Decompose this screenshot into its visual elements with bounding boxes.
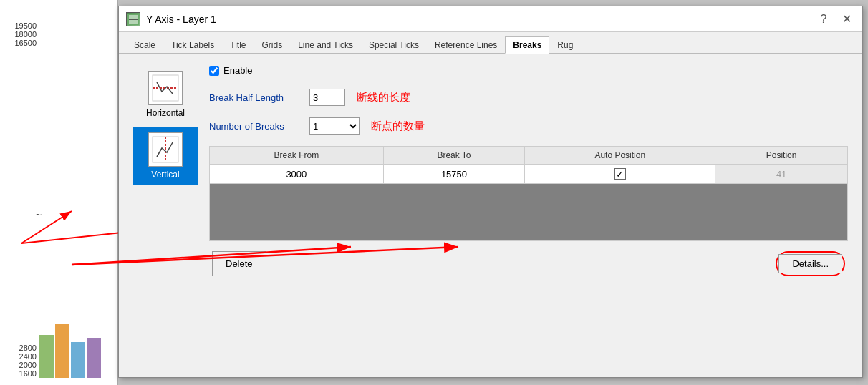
tabs-bar: Scale Tick Labels Title Grids Line and T… bbox=[119, 32, 862, 54]
empty-row bbox=[210, 184, 848, 241]
title-left: Y Axis - Layer 1 bbox=[126, 12, 216, 26]
col-break-from: Break From bbox=[210, 147, 384, 165]
form-area: Enable Break Half Length 3 断线的长度 Number … bbox=[209, 65, 848, 276]
bar-orange bbox=[55, 324, 69, 378]
horizontal-icon-box bbox=[148, 71, 183, 105]
chart-area: 19500 18000 16500 2800 2400 2000 1600 ~ bbox=[0, 0, 118, 385]
breaks-table: Break From Break To Auto Position Positi… bbox=[209, 146, 848, 241]
vertical-option[interactable]: Vertical bbox=[133, 127, 198, 185]
number-of-breaks-select[interactable]: 1 2 3 bbox=[309, 117, 360, 135]
bar-green bbox=[39, 335, 54, 378]
empty-cell bbox=[210, 184, 848, 241]
tab-breaks[interactable]: Breaks bbox=[505, 36, 549, 54]
enable-row: Enable bbox=[209, 65, 848, 76]
tab-reference-lines[interactable]: Reference Lines bbox=[427, 36, 505, 53]
break-indicator: ~ bbox=[36, 209, 42, 220]
bottom-bar: Delete Details... bbox=[209, 251, 848, 276]
tab-tick-labels[interactable]: Tick Labels bbox=[163, 36, 222, 53]
break-half-length-input[interactable]: 3 bbox=[309, 89, 345, 106]
cell-position: 41 bbox=[715, 165, 848, 184]
details-button-wrap: Details... bbox=[776, 251, 845, 276]
tab-grids[interactable]: Grids bbox=[254, 36, 291, 53]
tab-line-and-ticks[interactable]: Line and Ticks bbox=[290, 36, 361, 53]
table-row[interactable]: 3000 15750 ✓ 41 bbox=[210, 165, 848, 184]
horizontal-label: Horizontal bbox=[146, 108, 185, 118]
col-position: Position bbox=[715, 147, 848, 165]
col-auto-position: Auto Position bbox=[525, 147, 715, 165]
tab-rug[interactable]: Rug bbox=[549, 36, 581, 53]
number-of-breaks-row: Number of Breaks 1 2 3 断点的数量 bbox=[209, 117, 848, 135]
details-button[interactable]: Details... bbox=[778, 254, 842, 273]
help-button[interactable]: ? bbox=[815, 11, 832, 28]
auto-position-checkbox[interactable]: ✓ bbox=[614, 168, 626, 180]
tab-scale[interactable]: Scale bbox=[126, 36, 163, 53]
number-of-breaks-annotation: 断点的数量 bbox=[371, 120, 425, 133]
enable-checkbox[interactable] bbox=[209, 66, 219, 76]
y-axis-labels: 19500 18000 16500 2800 2400 2000 1600 bbox=[0, 0, 39, 385]
chart-bars bbox=[39, 235, 111, 378]
delete-button[interactable]: Delete bbox=[212, 251, 266, 276]
break-half-length-row: Break Half Length 3 断线的长度 bbox=[209, 89, 848, 106]
close-button[interactable]: ✕ bbox=[838, 11, 855, 28]
cell-break-from[interactable]: 3000 bbox=[210, 165, 384, 184]
icon-panel: Horizontal Vertical bbox=[133, 65, 198, 276]
break-half-length-annotation: 断线的长度 bbox=[357, 91, 410, 104]
col-break-to: Break To bbox=[383, 147, 525, 165]
title-buttons: ? ✕ bbox=[815, 11, 855, 28]
window-icon bbox=[126, 12, 140, 26]
horizontal-option[interactable]: Horizontal bbox=[133, 65, 198, 124]
vertical-icon-box bbox=[148, 132, 183, 167]
dialog: Y Axis - Layer 1 ? ✕ Scale Tick Labels T… bbox=[118, 6, 863, 378]
tab-title[interactable]: Title bbox=[222, 36, 254, 53]
bar-blue bbox=[71, 342, 85, 378]
bar-purple bbox=[87, 338, 101, 378]
titlebar: Y Axis - Layer 1 ? ✕ bbox=[119, 6, 862, 32]
cell-auto-position[interactable]: ✓ bbox=[525, 165, 715, 184]
tab-special-ticks[interactable]: Special Ticks bbox=[361, 36, 427, 53]
number-of-breaks-label: Number of Breaks bbox=[209, 121, 302, 132]
vertical-label: Vertical bbox=[151, 170, 179, 180]
window-title: Y Axis - Layer 1 bbox=[146, 14, 216, 25]
break-half-length-label: Break Half Length bbox=[209, 92, 302, 103]
content: Horizontal Vertical bbox=[119, 54, 862, 288]
layout: Horizontal Vertical bbox=[133, 65, 848, 276]
enable-label: Enable bbox=[223, 65, 252, 76]
cell-break-to[interactable]: 15750 bbox=[383, 165, 525, 184]
